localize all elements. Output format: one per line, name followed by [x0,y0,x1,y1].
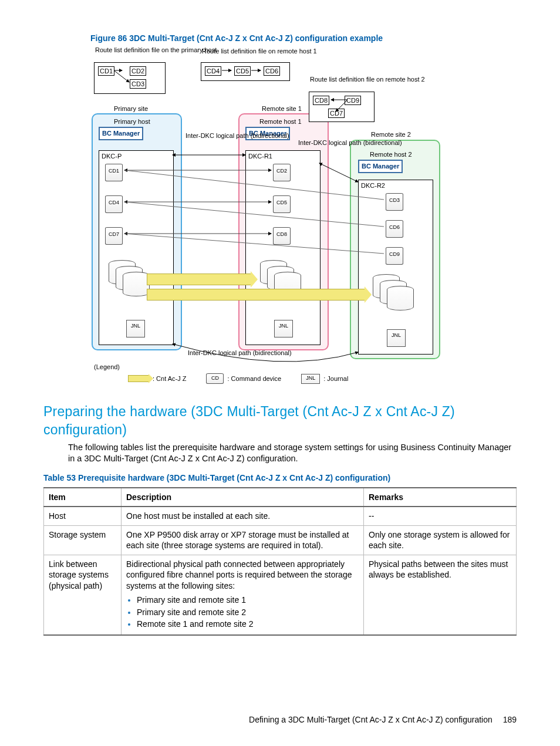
prereq-table: Item Description Remarks Host One host m… [43,487,517,636]
footer-text: Defining a 3DC Multi-Target (Cnt Ac-J Z … [249,715,492,724]
th-item: Item [44,488,122,507]
section-heading: Preparing the hardware (3DC Multi-Target… [43,403,517,438]
th-desc: Description [122,488,364,507]
section-body: The following tables list the prerequisi… [68,442,517,464]
table-row: Host One host must be installed at each … [44,507,517,525]
table-row: Storage system One XP P9500 disk array o… [44,525,517,555]
list-item: Primary site and remote site 1 [137,595,359,605]
table-header-row: Item Description Remarks [44,488,517,507]
list-item: Remote site 1 and remote site 2 [137,619,359,629]
figure-diagram: Route list definition file on the primar… [88,46,445,386]
figure-caption: Figure 86 3DC Multi-Target (Cnt Ac-J Z x… [90,33,517,43]
list-item: Primary site and remote site 2 [137,607,359,617]
page-footer: Defining a 3DC Multi-Target (Cnt Ac-J Z … [249,714,517,725]
page-number: 189 [503,715,517,724]
table-row: Link between storage systems (physical p… [44,555,517,634]
table-caption: Table 53 Prerequisite hardware (3DC Mult… [43,472,517,483]
th-remarks: Remarks [364,488,517,507]
